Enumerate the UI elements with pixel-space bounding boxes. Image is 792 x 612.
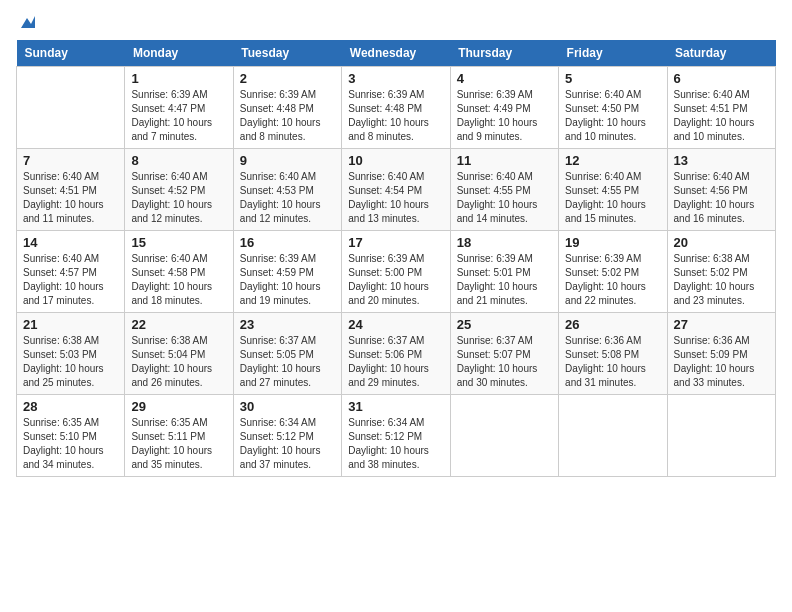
day-number: 24 (348, 317, 443, 332)
calendar-header-row: SundayMondayTuesdayWednesdayThursdayFrid… (17, 40, 776, 67)
calendar-week-row: 14Sunrise: 6:40 AM Sunset: 4:57 PM Dayli… (17, 231, 776, 313)
calendar-header-tuesday: Tuesday (233, 40, 341, 67)
day-info: Sunrise: 6:38 AM Sunset: 5:04 PM Dayligh… (131, 334, 226, 390)
day-number: 27 (674, 317, 769, 332)
day-info: Sunrise: 6:40 AM Sunset: 4:53 PM Dayligh… (240, 170, 335, 226)
calendar-header-sunday: Sunday (17, 40, 125, 67)
calendar-cell: 9Sunrise: 6:40 AM Sunset: 4:53 PM Daylig… (233, 149, 341, 231)
day-info: Sunrise: 6:37 AM Sunset: 5:05 PM Dayligh… (240, 334, 335, 390)
day-number: 10 (348, 153, 443, 168)
day-info: Sunrise: 6:39 AM Sunset: 5:02 PM Dayligh… (565, 252, 660, 308)
day-number: 31 (348, 399, 443, 414)
day-info: Sunrise: 6:36 AM Sunset: 5:09 PM Dayligh… (674, 334, 769, 390)
day-info: Sunrise: 6:39 AM Sunset: 4:48 PM Dayligh… (348, 88, 443, 144)
day-number: 5 (565, 71, 660, 86)
calendar-cell: 13Sunrise: 6:40 AM Sunset: 4:56 PM Dayli… (667, 149, 775, 231)
calendar-cell: 4Sunrise: 6:39 AM Sunset: 4:49 PM Daylig… (450, 67, 558, 149)
calendar-cell: 20Sunrise: 6:38 AM Sunset: 5:02 PM Dayli… (667, 231, 775, 313)
logo (16, 16, 35, 32)
calendar-cell: 27Sunrise: 6:36 AM Sunset: 5:09 PM Dayli… (667, 313, 775, 395)
day-number: 19 (565, 235, 660, 250)
calendar-cell: 8Sunrise: 6:40 AM Sunset: 4:52 PM Daylig… (125, 149, 233, 231)
day-number: 15 (131, 235, 226, 250)
day-number: 12 (565, 153, 660, 168)
calendar-header-thursday: Thursday (450, 40, 558, 67)
day-info: Sunrise: 6:39 AM Sunset: 4:48 PM Dayligh… (240, 88, 335, 144)
day-info: Sunrise: 6:39 AM Sunset: 4:59 PM Dayligh… (240, 252, 335, 308)
calendar-cell: 3Sunrise: 6:39 AM Sunset: 4:48 PM Daylig… (342, 67, 450, 149)
calendar-cell: 29Sunrise: 6:35 AM Sunset: 5:11 PM Dayli… (125, 395, 233, 477)
calendar-cell: 30Sunrise: 6:34 AM Sunset: 5:12 PM Dayli… (233, 395, 341, 477)
day-info: Sunrise: 6:39 AM Sunset: 4:47 PM Dayligh… (131, 88, 226, 144)
day-info: Sunrise: 6:40 AM Sunset: 4:51 PM Dayligh… (674, 88, 769, 144)
day-info: Sunrise: 6:37 AM Sunset: 5:07 PM Dayligh… (457, 334, 552, 390)
day-info: Sunrise: 6:37 AM Sunset: 5:06 PM Dayligh… (348, 334, 443, 390)
calendar-cell: 6Sunrise: 6:40 AM Sunset: 4:51 PM Daylig… (667, 67, 775, 149)
calendar-cell: 18Sunrise: 6:39 AM Sunset: 5:01 PM Dayli… (450, 231, 558, 313)
calendar-week-row: 28Sunrise: 6:35 AM Sunset: 5:10 PM Dayli… (17, 395, 776, 477)
calendar-cell: 2Sunrise: 6:39 AM Sunset: 4:48 PM Daylig… (233, 67, 341, 149)
calendar-table: SundayMondayTuesdayWednesdayThursdayFrid… (16, 40, 776, 477)
day-number: 17 (348, 235, 443, 250)
calendar-header-wednesday: Wednesday (342, 40, 450, 67)
day-number: 7 (23, 153, 118, 168)
calendar-cell: 23Sunrise: 6:37 AM Sunset: 5:05 PM Dayli… (233, 313, 341, 395)
calendar-cell: 5Sunrise: 6:40 AM Sunset: 4:50 PM Daylig… (559, 67, 667, 149)
calendar-week-row: 7Sunrise: 6:40 AM Sunset: 4:51 PM Daylig… (17, 149, 776, 231)
day-number: 9 (240, 153, 335, 168)
day-info: Sunrise: 6:34 AM Sunset: 5:12 PM Dayligh… (348, 416, 443, 472)
calendar-header-saturday: Saturday (667, 40, 775, 67)
day-number: 11 (457, 153, 552, 168)
day-info: Sunrise: 6:40 AM Sunset: 4:55 PM Dayligh… (457, 170, 552, 226)
day-info: Sunrise: 6:40 AM Sunset: 4:51 PM Dayligh… (23, 170, 118, 226)
calendar-week-row: 1Sunrise: 6:39 AM Sunset: 4:47 PM Daylig… (17, 67, 776, 149)
calendar-cell: 24Sunrise: 6:37 AM Sunset: 5:06 PM Dayli… (342, 313, 450, 395)
day-number: 23 (240, 317, 335, 332)
day-number: 6 (674, 71, 769, 86)
calendar-cell (559, 395, 667, 477)
day-info: Sunrise: 6:35 AM Sunset: 5:10 PM Dayligh… (23, 416, 118, 472)
day-info: Sunrise: 6:39 AM Sunset: 5:01 PM Dayligh… (457, 252, 552, 308)
day-number: 1 (131, 71, 226, 86)
day-number: 4 (457, 71, 552, 86)
day-number: 3 (348, 71, 443, 86)
day-info: Sunrise: 6:36 AM Sunset: 5:08 PM Dayligh… (565, 334, 660, 390)
day-number: 8 (131, 153, 226, 168)
day-number: 14 (23, 235, 118, 250)
calendar-cell: 22Sunrise: 6:38 AM Sunset: 5:04 PM Dayli… (125, 313, 233, 395)
day-info: Sunrise: 6:38 AM Sunset: 5:03 PM Dayligh… (23, 334, 118, 390)
day-info: Sunrise: 6:34 AM Sunset: 5:12 PM Dayligh… (240, 416, 335, 472)
day-number: 2 (240, 71, 335, 86)
day-number: 16 (240, 235, 335, 250)
calendar-cell: 14Sunrise: 6:40 AM Sunset: 4:57 PM Dayli… (17, 231, 125, 313)
calendar-cell: 12Sunrise: 6:40 AM Sunset: 4:55 PM Dayli… (559, 149, 667, 231)
day-info: Sunrise: 6:35 AM Sunset: 5:11 PM Dayligh… (131, 416, 226, 472)
calendar-cell: 7Sunrise: 6:40 AM Sunset: 4:51 PM Daylig… (17, 149, 125, 231)
calendar-cell (667, 395, 775, 477)
svg-marker-0 (21, 16, 35, 28)
calendar-cell: 17Sunrise: 6:39 AM Sunset: 5:00 PM Dayli… (342, 231, 450, 313)
calendar-cell: 25Sunrise: 6:37 AM Sunset: 5:07 PM Dayli… (450, 313, 558, 395)
calendar-cell: 26Sunrise: 6:36 AM Sunset: 5:08 PM Dayli… (559, 313, 667, 395)
calendar-cell: 1Sunrise: 6:39 AM Sunset: 4:47 PM Daylig… (125, 67, 233, 149)
day-number: 25 (457, 317, 552, 332)
day-number: 22 (131, 317, 226, 332)
day-number: 21 (23, 317, 118, 332)
day-number: 18 (457, 235, 552, 250)
calendar-cell: 15Sunrise: 6:40 AM Sunset: 4:58 PM Dayli… (125, 231, 233, 313)
day-info: Sunrise: 6:40 AM Sunset: 4:56 PM Dayligh… (674, 170, 769, 226)
calendar-cell: 31Sunrise: 6:34 AM Sunset: 5:12 PM Dayli… (342, 395, 450, 477)
calendar-cell: 11Sunrise: 6:40 AM Sunset: 4:55 PM Dayli… (450, 149, 558, 231)
day-number: 28 (23, 399, 118, 414)
day-number: 29 (131, 399, 226, 414)
calendar-header-monday: Monday (125, 40, 233, 67)
day-number: 26 (565, 317, 660, 332)
day-info: Sunrise: 6:39 AM Sunset: 4:49 PM Dayligh… (457, 88, 552, 144)
day-number: 30 (240, 399, 335, 414)
calendar-cell: 19Sunrise: 6:39 AM Sunset: 5:02 PM Dayli… (559, 231, 667, 313)
day-info: Sunrise: 6:40 AM Sunset: 4:54 PM Dayligh… (348, 170, 443, 226)
day-info: Sunrise: 6:38 AM Sunset: 5:02 PM Dayligh… (674, 252, 769, 308)
day-number: 20 (674, 235, 769, 250)
calendar-cell (17, 67, 125, 149)
calendar-cell: 28Sunrise: 6:35 AM Sunset: 5:10 PM Dayli… (17, 395, 125, 477)
